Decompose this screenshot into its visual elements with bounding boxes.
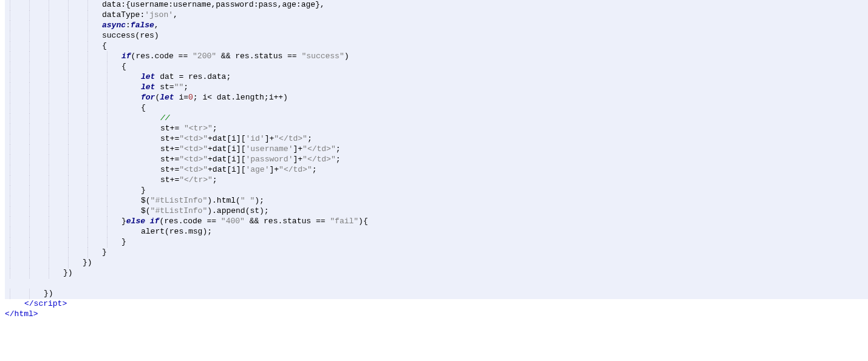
indent-guide	[107, 134, 108, 144]
code-line[interactable]: {	[5, 62, 868, 72]
token: ;	[213, 124, 217, 133]
code-line[interactable]: data:{username:username,password:pass,ag…	[5, 0, 868, 10]
token: {	[121, 62, 126, 71]
code-line[interactable]	[5, 278, 868, 289]
token: }	[121, 237, 126, 246]
code-line[interactable]: st+="<td>"+dat[i]['username']+"</td>";	[5, 144, 868, 155]
indent-guide	[87, 124, 88, 134]
indent-guide	[49, 103, 49, 113]
token: }	[121, 217, 126, 226]
code-line[interactable]: $("#tListInfo").html(" ");	[5, 196, 868, 206]
indent-guide	[29, 113, 30, 124]
code-line[interactable]: }	[5, 248, 868, 258]
token: ]+	[293, 155, 302, 164]
code-line[interactable]: let st="";	[5, 83, 868, 93]
line-content: data:{username:username,password:pass,ag…	[5, 0, 325, 9]
code-line[interactable]: }	[5, 237, 868, 248]
indent-guide	[68, 134, 69, 144]
indent-guide	[29, 165, 30, 175]
code-line[interactable]: //	[5, 113, 868, 124]
indent-guide	[49, 52, 49, 62]
token: "</tr>"	[179, 175, 213, 184]
indent-guide	[10, 237, 10, 248]
token: st+=	[160, 124, 184, 133]
token: "<td>"	[179, 144, 208, 154]
code-line[interactable]: st+="</tr>";	[5, 175, 868, 186]
token: 'id'	[245, 134, 264, 143]
code-line[interactable]: dataType:'json',	[5, 10, 868, 21]
indent-guide	[29, 217, 30, 227]
indent-guide	[68, 10, 69, 21]
indent-guide	[68, 165, 69, 175]
code-line[interactable]: st+="<td>"+dat[i]['age']+"</td>";	[5, 165, 868, 175]
indent-guide	[10, 165, 10, 175]
indent-guide	[29, 289, 30, 299]
token: $(	[141, 196, 151, 205]
code-line[interactable]: </html>	[5, 309, 868, 320]
code-line[interactable]: alert(res.msg);	[5, 227, 868, 237]
line-content: $("#tListInfo").html(" ");	[5, 196, 264, 205]
indent-guide	[87, 155, 88, 165]
token: ; i< dat.length;i++)	[193, 93, 288, 102]
indent-guide	[68, 175, 69, 186]
line-content: }	[5, 186, 146, 195]
code-line[interactable]: if(res.code == "200" && res.status == "s…	[5, 52, 868, 62]
code-line[interactable]: {	[5, 103, 868, 113]
code-line[interactable]: for(let i=0; i< dat.length;i++)	[5, 93, 868, 103]
code-line[interactable]: </script>	[5, 299, 868, 309]
indent-guide	[87, 134, 88, 144]
token: if	[121, 52, 131, 61]
token: {	[141, 103, 146, 112]
code-line[interactable]: {	[5, 41, 868, 52]
indent-guide	[29, 268, 30, 278]
token: "fail"	[330, 217, 358, 226]
code-line[interactable]: }else if(res.code == "400" && res.status…	[5, 217, 868, 227]
token: let	[160, 93, 174, 102]
code-line[interactable]: })	[5, 289, 868, 299]
code-container[interactable]: data:{username:username,password:pass,ag…	[5, 0, 868, 361]
indent-guide	[107, 237, 108, 248]
code-line[interactable]: async:false,	[5, 21, 868, 31]
token: "#tListInfo"	[151, 206, 208, 215]
indent-guide	[107, 155, 108, 165]
indent-guide	[49, 227, 49, 237]
indent-guide	[29, 196, 30, 206]
indent-guide	[29, 186, 30, 196]
line-content: {	[5, 41, 107, 50]
code-line[interactable]: })	[5, 268, 868, 278]
token: "#tListInfo"	[151, 196, 208, 205]
code-editor[interactable]: data:{username:username,password:pass,ag…	[0, 0, 868, 361]
token: " "	[241, 196, 255, 205]
indent-guide	[49, 0, 49, 10]
code-line[interactable]: })	[5, 258, 868, 268]
line-content: for(let i=0; i< dat.length;i++)	[5, 93, 288, 102]
token: i=	[174, 93, 188, 102]
indent-guide	[87, 21, 88, 31]
indent-guide	[49, 165, 49, 175]
code-line[interactable]: let dat = res.data;	[5, 72, 868, 83]
token: data:{username:username,password:pass,ag…	[102, 0, 325, 9]
token: ).html(	[207, 196, 241, 205]
indent-guide	[29, 103, 30, 113]
code-line[interactable]: st+="<td>"+dat[i]['id']+"</td>";	[5, 134, 868, 144]
token: </	[24, 299, 34, 308]
token: //	[160, 113, 170, 123]
token: ).append(st);	[207, 206, 268, 215]
token: false	[131, 21, 154, 30]
indent-guide	[49, 196, 49, 206]
indent-guide	[87, 31, 88, 41]
token: }	[141, 186, 146, 195]
code-line[interactable]: $("#tListInfo").append(st);	[5, 206, 868, 217]
code-line[interactable]: st+="<td>"+dat[i]['password']+"</td>";	[5, 155, 868, 165]
token: for	[141, 93, 155, 102]
token: +dat[i][	[208, 134, 245, 143]
indent-guide	[87, 144, 88, 155]
code-lines[interactable]: data:{username:username,password:pass,ag…	[5, 0, 868, 320]
code-line[interactable]: st+= "<tr>";	[5, 124, 868, 134]
token: >	[62, 299, 67, 308]
indent-guide	[107, 52, 108, 62]
indent-guide	[10, 113, 10, 124]
indent-guide	[68, 0, 69, 10]
code-line[interactable]: }	[5, 186, 868, 196]
code-line[interactable]: success(res)	[5, 31, 868, 41]
